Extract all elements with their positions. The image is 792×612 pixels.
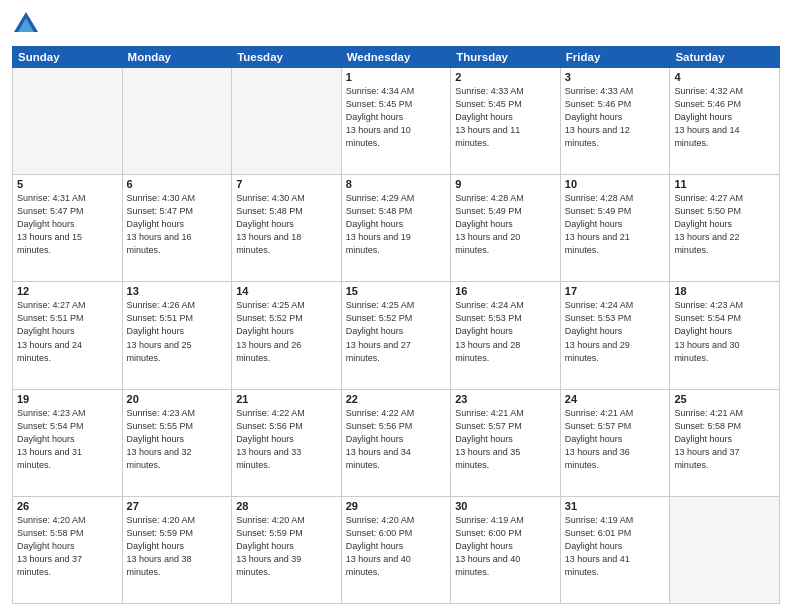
day-number: 2 (455, 71, 556, 83)
calendar-cell: 8Sunrise: 4:29 AMSunset: 5:48 PMDaylight… (341, 175, 451, 282)
day-number: 31 (565, 500, 666, 512)
calendar-cell: 18Sunrise: 4:23 AMSunset: 5:54 PMDayligh… (670, 282, 780, 389)
calendar-week-5: 26Sunrise: 4:20 AMSunset: 5:58 PMDayligh… (13, 496, 780, 603)
calendar-cell (122, 68, 232, 175)
calendar-week-2: 5Sunrise: 4:31 AMSunset: 5:47 PMDaylight… (13, 175, 780, 282)
day-detail: Sunrise: 4:30 AMSunset: 5:48 PMDaylight … (236, 192, 337, 257)
calendar-cell (232, 68, 342, 175)
calendar-cell: 12Sunrise: 4:27 AMSunset: 5:51 PMDayligh… (13, 282, 123, 389)
day-detail: Sunrise: 4:23 AMSunset: 5:54 PMDaylight … (674, 299, 775, 364)
day-number: 29 (346, 500, 447, 512)
day-detail: Sunrise: 4:20 AMSunset: 6:00 PMDaylight … (346, 514, 447, 579)
day-detail: Sunrise: 4:21 AMSunset: 5:57 PMDaylight … (565, 407, 666, 472)
day-number: 21 (236, 393, 337, 405)
day-detail: Sunrise: 4:21 AMSunset: 5:58 PMDaylight … (674, 407, 775, 472)
day-detail: Sunrise: 4:30 AMSunset: 5:47 PMDaylight … (127, 192, 228, 257)
day-detail: Sunrise: 4:25 AMSunset: 5:52 PMDaylight … (346, 299, 447, 364)
day-detail: Sunrise: 4:19 AMSunset: 6:00 PMDaylight … (455, 514, 556, 579)
day-detail: Sunrise: 4:34 AMSunset: 5:45 PMDaylight … (346, 85, 447, 150)
calendar-cell: 9Sunrise: 4:28 AMSunset: 5:49 PMDaylight… (451, 175, 561, 282)
calendar-cell: 30Sunrise: 4:19 AMSunset: 6:00 PMDayligh… (451, 496, 561, 603)
calendar-cell: 26Sunrise: 4:20 AMSunset: 5:58 PMDayligh… (13, 496, 123, 603)
calendar-cell: 2Sunrise: 4:33 AMSunset: 5:45 PMDaylight… (451, 68, 561, 175)
day-detail: Sunrise: 4:22 AMSunset: 5:56 PMDaylight … (346, 407, 447, 472)
day-detail: Sunrise: 4:26 AMSunset: 5:51 PMDaylight … (127, 299, 228, 364)
day-number: 16 (455, 285, 556, 297)
calendar-cell: 23Sunrise: 4:21 AMSunset: 5:57 PMDayligh… (451, 389, 561, 496)
weekday-header-friday: Friday (560, 47, 670, 68)
page-header (12, 10, 780, 38)
day-detail: Sunrise: 4:22 AMSunset: 5:56 PMDaylight … (236, 407, 337, 472)
calendar-cell: 24Sunrise: 4:21 AMSunset: 5:57 PMDayligh… (560, 389, 670, 496)
logo (12, 10, 44, 38)
day-number: 11 (674, 178, 775, 190)
day-number: 14 (236, 285, 337, 297)
calendar-header: SundayMondayTuesdayWednesdayThursdayFrid… (13, 47, 780, 68)
day-detail: Sunrise: 4:23 AMSunset: 5:54 PMDaylight … (17, 407, 118, 472)
calendar-cell: 16Sunrise: 4:24 AMSunset: 5:53 PMDayligh… (451, 282, 561, 389)
day-detail: Sunrise: 4:27 AMSunset: 5:51 PMDaylight … (17, 299, 118, 364)
calendar-cell: 4Sunrise: 4:32 AMSunset: 5:46 PMDaylight… (670, 68, 780, 175)
day-number: 26 (17, 500, 118, 512)
calendar-cell: 15Sunrise: 4:25 AMSunset: 5:52 PMDayligh… (341, 282, 451, 389)
calendar-cell: 1Sunrise: 4:34 AMSunset: 5:45 PMDaylight… (341, 68, 451, 175)
day-number: 3 (565, 71, 666, 83)
day-detail: Sunrise: 4:24 AMSunset: 5:53 PMDaylight … (455, 299, 556, 364)
day-number: 8 (346, 178, 447, 190)
day-detail: Sunrise: 4:27 AMSunset: 5:50 PMDaylight … (674, 192, 775, 257)
calendar-cell: 17Sunrise: 4:24 AMSunset: 5:53 PMDayligh… (560, 282, 670, 389)
day-detail: Sunrise: 4:33 AMSunset: 5:46 PMDaylight … (565, 85, 666, 150)
calendar-cell: 11Sunrise: 4:27 AMSunset: 5:50 PMDayligh… (670, 175, 780, 282)
day-number: 24 (565, 393, 666, 405)
calendar-cell: 3Sunrise: 4:33 AMSunset: 5:46 PMDaylight… (560, 68, 670, 175)
day-number: 17 (565, 285, 666, 297)
calendar-cell: 14Sunrise: 4:25 AMSunset: 5:52 PMDayligh… (232, 282, 342, 389)
day-number: 6 (127, 178, 228, 190)
calendar-cell: 27Sunrise: 4:20 AMSunset: 5:59 PMDayligh… (122, 496, 232, 603)
calendar-cell: 6Sunrise: 4:30 AMSunset: 5:47 PMDaylight… (122, 175, 232, 282)
calendar-week-3: 12Sunrise: 4:27 AMSunset: 5:51 PMDayligh… (13, 282, 780, 389)
calendar-cell: 19Sunrise: 4:23 AMSunset: 5:54 PMDayligh… (13, 389, 123, 496)
weekday-header-saturday: Saturday (670, 47, 780, 68)
day-number: 18 (674, 285, 775, 297)
day-detail: Sunrise: 4:28 AMSunset: 5:49 PMDaylight … (455, 192, 556, 257)
calendar-cell: 28Sunrise: 4:20 AMSunset: 5:59 PMDayligh… (232, 496, 342, 603)
calendar-cell: 20Sunrise: 4:23 AMSunset: 5:55 PMDayligh… (122, 389, 232, 496)
weekday-header-sunday: Sunday (13, 47, 123, 68)
day-detail: Sunrise: 4:23 AMSunset: 5:55 PMDaylight … (127, 407, 228, 472)
weekday-header-monday: Monday (122, 47, 232, 68)
day-number: 23 (455, 393, 556, 405)
day-detail: Sunrise: 4:20 AMSunset: 5:58 PMDaylight … (17, 514, 118, 579)
calendar-cell: 25Sunrise: 4:21 AMSunset: 5:58 PMDayligh… (670, 389, 780, 496)
calendar-cell: 10Sunrise: 4:28 AMSunset: 5:49 PMDayligh… (560, 175, 670, 282)
day-number: 22 (346, 393, 447, 405)
day-detail: Sunrise: 4:29 AMSunset: 5:48 PMDaylight … (346, 192, 447, 257)
day-number: 28 (236, 500, 337, 512)
weekday-header-thursday: Thursday (451, 47, 561, 68)
day-detail: Sunrise: 4:21 AMSunset: 5:57 PMDaylight … (455, 407, 556, 472)
calendar-cell: 31Sunrise: 4:19 AMSunset: 6:01 PMDayligh… (560, 496, 670, 603)
day-detail: Sunrise: 4:33 AMSunset: 5:45 PMDaylight … (455, 85, 556, 150)
calendar-body: 1Sunrise: 4:34 AMSunset: 5:45 PMDaylight… (13, 68, 780, 604)
day-number: 20 (127, 393, 228, 405)
day-detail: Sunrise: 4:19 AMSunset: 6:01 PMDaylight … (565, 514, 666, 579)
day-number: 10 (565, 178, 666, 190)
calendar-cell (13, 68, 123, 175)
day-number: 13 (127, 285, 228, 297)
calendar-week-4: 19Sunrise: 4:23 AMSunset: 5:54 PMDayligh… (13, 389, 780, 496)
day-number: 5 (17, 178, 118, 190)
day-number: 9 (455, 178, 556, 190)
logo-icon (12, 10, 40, 38)
calendar-cell: 7Sunrise: 4:30 AMSunset: 5:48 PMDaylight… (232, 175, 342, 282)
calendar-cell (670, 496, 780, 603)
day-number: 7 (236, 178, 337, 190)
day-detail: Sunrise: 4:24 AMSunset: 5:53 PMDaylight … (565, 299, 666, 364)
day-number: 1 (346, 71, 447, 83)
day-number: 30 (455, 500, 556, 512)
calendar-cell: 13Sunrise: 4:26 AMSunset: 5:51 PMDayligh… (122, 282, 232, 389)
calendar-cell: 5Sunrise: 4:31 AMSunset: 5:47 PMDaylight… (13, 175, 123, 282)
day-detail: Sunrise: 4:20 AMSunset: 5:59 PMDaylight … (236, 514, 337, 579)
day-number: 12 (17, 285, 118, 297)
day-detail: Sunrise: 4:28 AMSunset: 5:49 PMDaylight … (565, 192, 666, 257)
day-detail: Sunrise: 4:32 AMSunset: 5:46 PMDaylight … (674, 85, 775, 150)
